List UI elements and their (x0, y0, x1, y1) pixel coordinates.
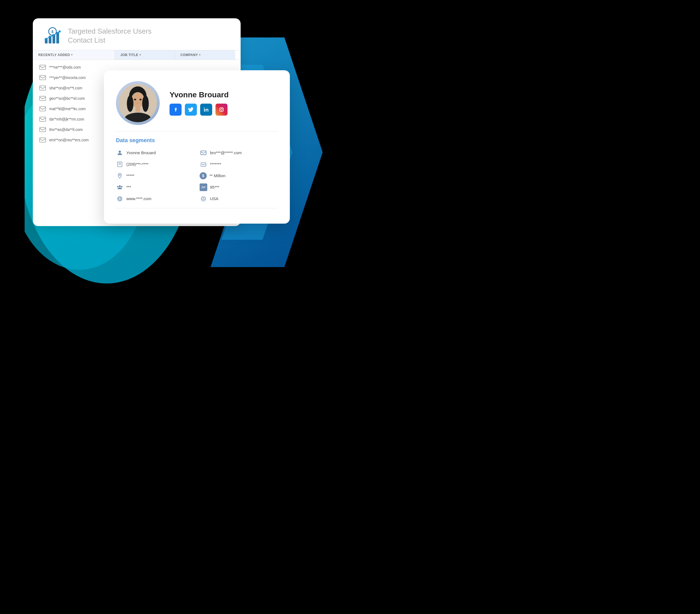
avatar (116, 81, 160, 125)
zip-value: 95*** (210, 185, 219, 189)
company-col-header[interactable]: COMPANY ▾ (175, 50, 235, 60)
country-field: USA (200, 195, 278, 203)
email-icon (39, 117, 46, 122)
location-value: ***** (126, 173, 134, 178)
country-value: USA (210, 196, 218, 201)
svg-text:$: $ (51, 29, 53, 34)
data-segments-title: Data segments (116, 137, 278, 143)
id-field: ******* (200, 161, 278, 168)
country-icon (200, 195, 207, 203)
svg-rect-11 (40, 86, 46, 90)
divider (116, 131, 278, 132)
linkedin-icon[interactable] (200, 104, 212, 116)
svg-rect-30 (201, 151, 206, 155)
chevron-icon: ▾ (139, 53, 141, 56)
email-icon (39, 65, 46, 70)
chevron-icon: ▾ (199, 53, 201, 56)
svg-rect-10 (40, 75, 46, 80)
svg-point-21 (142, 96, 149, 112)
twitter-icon[interactable] (185, 104, 197, 116)
full-name-value: Yvonne Brouard (126, 150, 156, 155)
website-value: www.****.com (126, 196, 151, 201)
employees-field: *** (116, 184, 194, 191)
svg-point-42 (121, 186, 123, 188)
email-icon (39, 86, 46, 90)
svg-rect-22 (135, 106, 140, 112)
svg-rect-31 (117, 162, 122, 167)
chevron-icon: ▾ (71, 53, 73, 56)
svg-point-25 (139, 99, 142, 100)
svg-point-28 (223, 108, 223, 109)
dollar-icon: $ (200, 172, 207, 179)
profile-card: Yvonne Brouard (104, 70, 290, 224)
card-header: $ Targeted Salesforce Users Contact List (33, 18, 241, 50)
employees-icon (116, 184, 124, 191)
location-icon (116, 172, 124, 179)
svg-point-36 (202, 164, 204, 165)
id-icon (200, 161, 207, 168)
instagram-icon[interactable] (215, 104, 227, 116)
zip-icon: ZIP (200, 184, 207, 191)
email-icon (200, 149, 207, 156)
svg-point-27 (221, 109, 223, 111)
email-icon (39, 96, 46, 101)
logo-icon: $ (43, 26, 62, 46)
id-value: ******* (210, 162, 221, 166)
email-icon (39, 106, 46, 111)
revenue-value: ** Million (210, 173, 225, 178)
card-title: Targeted Salesforce Users Contact List (68, 27, 151, 45)
profile-top: Yvonne Brouard (116, 81, 278, 125)
svg-rect-12 (40, 96, 46, 101)
phone-icon (116, 161, 124, 168)
employees-value: *** (126, 185, 131, 189)
job-title-col-header[interactable]: JOB TITLE ▾ (115, 50, 175, 60)
email-icon (39, 75, 46, 80)
location-field: ***** (116, 172, 194, 179)
phone-field: (209)***-**** (116, 161, 194, 168)
svg-point-24 (134, 99, 136, 100)
profile-info: Yvonne Brouard (170, 90, 278, 116)
svg-rect-16 (40, 138, 46, 142)
email-value: bro***@*****.com (210, 150, 242, 155)
svg-point-49 (202, 198, 204, 200)
svg-rect-14 (40, 117, 46, 121)
revenue-field: $ ** Million (200, 172, 278, 179)
website-icon (116, 195, 124, 203)
column-headers: RECENTLY ADDED ▾ JOB TITLE ▾ COMPANY ▾ (33, 50, 241, 60)
svg-rect-13 (40, 106, 46, 111)
email-icon (39, 127, 46, 132)
full-name-field: Yvonne Brouard (116, 149, 194, 156)
svg-point-20 (127, 96, 134, 112)
recently-added-col-header[interactable]: RECENTLY ADDED ▾ (33, 50, 115, 60)
svg-point-29 (119, 151, 121, 153)
person-icon (116, 149, 124, 156)
zip-field: ZIP 95*** (200, 184, 278, 191)
email-icon (39, 138, 46, 142)
profile-name: Yvonne Brouard (170, 90, 278, 99)
svg-point-8 (59, 30, 61, 33)
data-grid: Yvonne Brouard bro***@*****.com (116, 149, 278, 203)
phone-value: (209)***-**** (126, 162, 149, 166)
facebook-icon[interactable] (170, 104, 182, 116)
svg-rect-15 (40, 127, 46, 132)
social-icons (170, 104, 278, 116)
svg-point-40 (119, 185, 121, 187)
email-field: bro***@*****.com (200, 149, 278, 156)
svg-rect-9 (40, 65, 46, 70)
svg-point-41 (117, 186, 119, 188)
website-field: www.****.com (116, 195, 194, 203)
svg-point-39 (119, 174, 121, 176)
